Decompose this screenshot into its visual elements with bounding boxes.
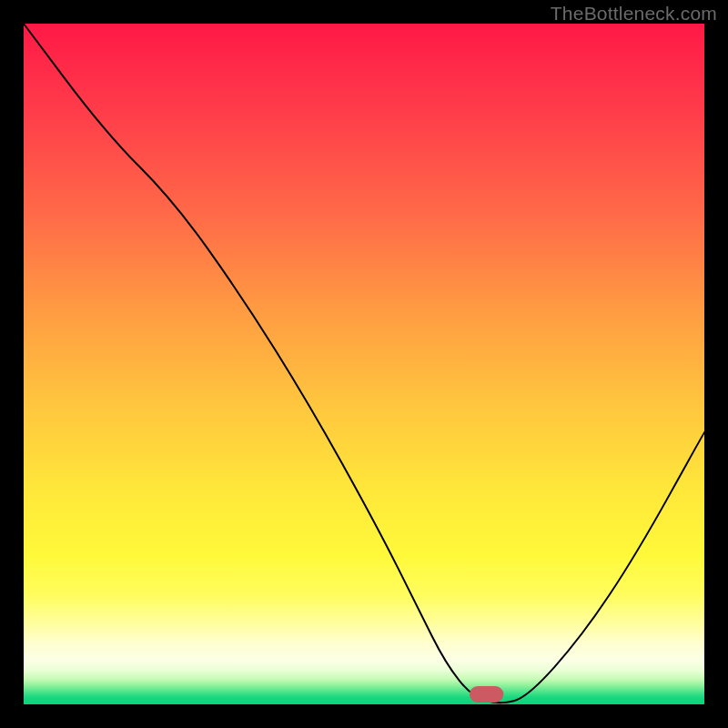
optimal-marker — [470, 686, 503, 703]
chart-frame: TheBottleneck.com — [0, 0, 728, 728]
chart-overlay — [24, 24, 704, 704]
bottleneck-curve — [24, 24, 704, 703]
watermark-text: TheBottleneck.com — [551, 3, 717, 25]
plot-area — [24, 24, 704, 704]
